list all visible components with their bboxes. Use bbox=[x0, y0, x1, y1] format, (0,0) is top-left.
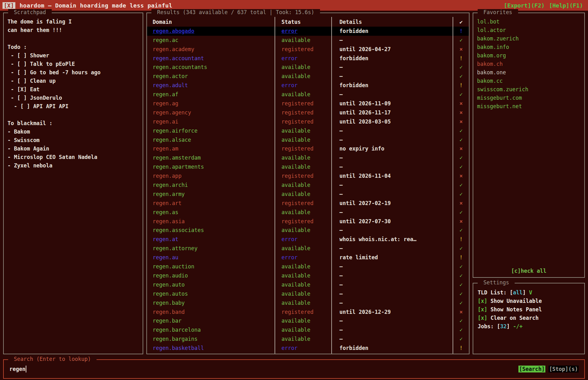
help-button[interactable]: [Help](F1) bbox=[549, 2, 583, 9]
table-row[interactable]: regen.appregistereduntil 2026-11-04× bbox=[147, 172, 469, 181]
checkbox-label: Show Notes Panel bbox=[487, 306, 542, 313]
status-mark-icon: × bbox=[453, 217, 469, 226]
status-cell: available bbox=[275, 190, 331, 199]
table-row[interactable]: regen.accountantsavailable–✓ bbox=[147, 63, 469, 72]
table-row[interactable]: regen.autosavailable–✓ bbox=[147, 289, 469, 298]
table-row[interactable]: regen.asiaregistereduntil 2027-07-30× bbox=[147, 217, 469, 226]
status-mark-icon: × bbox=[453, 108, 469, 117]
column-header-status[interactable]: Status bbox=[275, 18, 331, 27]
favorite-item[interactable]: bakom.ch bbox=[477, 60, 581, 68]
table-row[interactable]: regen.auctionavailable–✓ bbox=[147, 262, 469, 271]
jobs-setting[interactable]: Jobs: [32] -/+ bbox=[478, 322, 581, 331]
status-mark-icon: ✓ bbox=[453, 244, 469, 253]
favorite-item[interactable]: missgeburt.com bbox=[477, 94, 581, 102]
table-row[interactable]: regen.adulterrorforbidden! bbox=[147, 81, 469, 90]
column-header-details[interactable]: Details bbox=[331, 18, 453, 27]
table-row[interactable]: regen.baravailable–✓ bbox=[147, 316, 469, 325]
column-header-domain[interactable]: Domain bbox=[147, 18, 275, 27]
settings-checkbox[interactable]: [x] Show Notes Panel bbox=[478, 305, 581, 314]
jobs-stepper[interactable]: -/+ bbox=[513, 323, 523, 330]
search-title: Search (Enter to lookup) bbox=[8, 356, 97, 362]
table-row[interactable]: regen.barcelonaavailable–✓ bbox=[147, 325, 469, 335]
favorite-item[interactable]: bakom.one bbox=[477, 68, 581, 77]
favorite-item[interactable]: bakom.info bbox=[477, 43, 581, 51]
table-row[interactable]: regen.autoavailable–✓ bbox=[147, 280, 469, 289]
table-row[interactable]: regen.asavailable–✓ bbox=[147, 208, 469, 217]
scratchpad-line: - Zyxel nebola bbox=[8, 161, 139, 170]
domain-cell: regen.bar bbox=[147, 316, 275, 325]
favorite-item[interactable]: lol.bot bbox=[477, 18, 581, 26]
table-row[interactable]: regen.aterrorwhois whois.nic.at: rea…! bbox=[147, 235, 469, 244]
search-button[interactable]: [Search] bbox=[518, 366, 545, 372]
favorite-item[interactable]: bakom.zuerich bbox=[477, 34, 581, 43]
table-row[interactable]: regen.amsterdamavailable–✓ bbox=[147, 153, 469, 162]
details-cell: until 2026-12-29 bbox=[331, 308, 453, 317]
table-row[interactable]: regen.alsaceavailable–✓ bbox=[147, 135, 469, 145]
table-row[interactable]: regen.acavailable–✓ bbox=[147, 36, 469, 45]
domain-cell: regen.app bbox=[147, 172, 275, 181]
favorite-item[interactable]: bakom.cc bbox=[477, 77, 581, 85]
checkbox-label: Show Unavailable bbox=[487, 298, 542, 304]
scratchpad-line: - Microslop CEO Satan Nadela bbox=[8, 153, 139, 161]
tld-list-setting[interactable]: TLD List: [all] V bbox=[478, 288, 581, 297]
table-row[interactable]: regen.bandregistereduntil 2026-12-29× bbox=[147, 308, 469, 317]
scratchpad-content[interactable]: The dome is faling Ican hear them !!! To… bbox=[8, 18, 139, 170]
table-row[interactable]: regen.audioavailable–✓ bbox=[147, 271, 469, 280]
column-separator bbox=[275, 17, 275, 354]
table-row[interactable]: regen.attorneyavailable–✓ bbox=[147, 244, 469, 253]
favorite-item[interactable]: swisscom.zuerich bbox=[477, 85, 581, 94]
search-input[interactable]: regen bbox=[9, 364, 579, 374]
status-mark-icon: ✓ bbox=[453, 316, 469, 325]
scratchpad-line: - [ ] Shower bbox=[8, 51, 139, 60]
table-row[interactable]: regen.airegistereduntil 2028-03-05× bbox=[147, 117, 469, 126]
domain-cell: regen.ag bbox=[147, 99, 275, 108]
domain-cell: regen.archi bbox=[147, 181, 275, 190]
table-row[interactable]: regen.agregistereduntil 2026-11-09× bbox=[147, 99, 469, 108]
status-mark-icon: ✓ bbox=[453, 335, 469, 344]
table-row[interactable]: regen.amregisteredno expiry info× bbox=[147, 144, 469, 153]
export-button[interactable]: [Export](F2) bbox=[504, 2, 545, 9]
table-row[interactable]: regen.abogadoerrorforbidden! bbox=[147, 27, 469, 36]
settings-checkbox[interactable]: [x] Show Unavailable bbox=[478, 297, 581, 305]
table-row[interactable]: regen.artregistereduntil 2027-02-19× bbox=[147, 199, 469, 208]
table-row[interactable]: regen.actoravailable–✓ bbox=[147, 72, 469, 81]
domain-cell: regen.band bbox=[147, 308, 275, 317]
stop-button[interactable]: [Stop](s) bbox=[549, 366, 579, 372]
table-row[interactable]: regen.basketballerrorforbidden! bbox=[147, 344, 469, 353]
favorite-item[interactable]: bakom.org bbox=[477, 51, 581, 60]
column-header-check-icon[interactable]: ✔ bbox=[453, 18, 469, 27]
search-input-value: regen bbox=[9, 366, 25, 372]
table-row[interactable]: regen.apartmentsavailable–✓ bbox=[147, 162, 469, 172]
table-row[interactable]: regen.auerrorrate limited! bbox=[147, 253, 469, 262]
results-title: Results (343 available / 637 total | Too… bbox=[151, 9, 320, 15]
table-row[interactable]: regen.archiavailable–✓ bbox=[147, 181, 469, 190]
favorite-item[interactable]: lol.actor bbox=[477, 26, 581, 34]
column-separator bbox=[453, 17, 453, 354]
table-row[interactable]: regen.babyavailable–✓ bbox=[147, 298, 469, 308]
favorites-title: Favorites bbox=[478, 9, 518, 15]
check-all-button[interactable]: [c]heck all bbox=[473, 268, 584, 274]
status-mark-icon: ! bbox=[453, 235, 469, 244]
domain-cell: regen.academy bbox=[147, 45, 275, 54]
table-row[interactable]: regen.agencyregistereduntil 2026-11-17× bbox=[147, 108, 469, 117]
status-mark-icon: ! bbox=[453, 54, 469, 63]
table-row[interactable]: regen.academyregistereduntil 2026-04-27× bbox=[147, 45, 469, 54]
scratchpad-line: - Bakom bbox=[8, 128, 139, 136]
details-cell: – bbox=[331, 298, 453, 308]
status-cell: registered bbox=[275, 117, 331, 126]
table-row[interactable]: regen.afavailable–✓ bbox=[147, 90, 469, 99]
table-row[interactable]: regen.accountanterrorforbidden! bbox=[147, 54, 469, 63]
domain-cell: regen.army bbox=[147, 190, 275, 199]
status-mark-icon: × bbox=[453, 308, 469, 317]
settings-checkbox[interactable]: [x] Clear on Search bbox=[478, 314, 581, 322]
table-row[interactable]: regen.airforceavailable–✓ bbox=[147, 126, 469, 135]
details-cell: – bbox=[331, 289, 453, 298]
table-row[interactable]: regen.bargainsavailable–✓ bbox=[147, 335, 469, 344]
details-cell: – bbox=[331, 226, 453, 235]
tld-dropdown-toggle[interactable]: V bbox=[529, 289, 532, 296]
favorite-item[interactable]: missgeburt.net bbox=[477, 102, 581, 111]
table-row[interactable]: regen.associatesavailable–✓ bbox=[147, 226, 469, 235]
scratchpad-panel[interactable]: Scratchpad The dome is faling Ican hear … bbox=[3, 13, 143, 354]
close-button[interactable]: [X] bbox=[3, 2, 15, 9]
table-row[interactable]: regen.armyavailable–✓ bbox=[147, 190, 469, 199]
